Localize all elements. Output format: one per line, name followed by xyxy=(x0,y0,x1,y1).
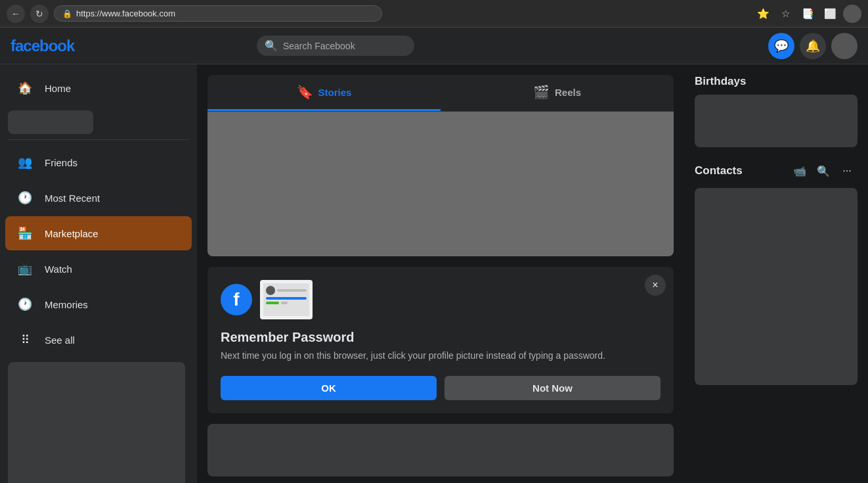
search-input[interactable] xyxy=(283,41,401,51)
search-icon: 🔍 xyxy=(265,39,278,52)
video-call-icon: 📹 xyxy=(793,165,806,177)
dialog-header: f xyxy=(221,280,661,319)
friends-icon: 👥 xyxy=(13,150,37,174)
marketplace-label: Marketplace xyxy=(45,228,98,239)
marketplace-icon: 🏪 xyxy=(13,221,37,245)
messenger-button[interactable]: 💬 xyxy=(768,33,794,59)
pwd-row-3 xyxy=(266,302,307,304)
lock-icon: 🔒 xyxy=(62,9,72,18)
contacts-header: Contacts 📹 🔍 ··· xyxy=(695,160,857,181)
search-bar[interactable]: 🔍 xyxy=(257,35,414,56)
right-sidebar: Birthdays Contacts 📹 🔍 ··· xyxy=(684,64,868,483)
refresh-button[interactable]: ↻ xyxy=(30,5,49,23)
stories-tab-icon: 🔖 xyxy=(297,84,313,100)
reels-tab-label: Reels xyxy=(555,87,581,98)
sidebar-divider-1 xyxy=(8,139,189,140)
memories-icon: 🕐 xyxy=(13,292,37,316)
pwd-row-2 xyxy=(266,297,307,300)
pwd-illustration-inner xyxy=(263,283,309,316)
topbar-right: 💬 🔔 xyxy=(768,33,857,59)
stories-reels-card: 🔖 Stories 🎬 Reels xyxy=(207,75,674,256)
ok-button[interactable]: OK xyxy=(221,376,437,400)
contacts-search-btn[interactable]: 🔍 xyxy=(813,160,834,181)
browser-favorites-btn[interactable]: ☆ xyxy=(776,5,794,23)
sidebar-profile-placeholder xyxy=(8,110,93,134)
stories-content-placeholder xyxy=(207,112,674,256)
left-sidebar: 🏠 Home 👥 Friends 🕐 Most Recent 🏪 Marketp… xyxy=(0,64,197,483)
contacts-placeholder xyxy=(695,188,857,385)
contacts-actions: 📹 🔍 ··· xyxy=(789,160,857,181)
home-label: Home xyxy=(45,83,71,94)
see-all-label: See all xyxy=(45,334,75,346)
refresh-icon: ↻ xyxy=(35,9,43,19)
notifications-button[interactable]: 🔔 xyxy=(800,33,826,59)
contacts-video-call-btn[interactable]: 📹 xyxy=(789,160,810,181)
bell-icon: 🔔 xyxy=(806,39,820,53)
sidebar-item-home[interactable]: 🏠 Home xyxy=(5,71,192,105)
dialog-description: Next time you log in on this browser, ju… xyxy=(221,349,661,363)
sidebar-bottom-placeholder xyxy=(8,362,185,483)
most-recent-label: Most Recent xyxy=(45,193,100,204)
browser-chrome: ← ↻ 🔒 https://www.facebook.com ⭐ ☆ 📑 ⬜ xyxy=(0,0,868,28)
sidebar-item-friends[interactable]: 👥 Friends xyxy=(5,145,192,179)
sidebar-item-watch[interactable]: 📺 Watch xyxy=(5,252,192,286)
url-text: https://www.facebook.com xyxy=(76,9,175,18)
pwd-avatar xyxy=(266,286,275,295)
messenger-icon: 💬 xyxy=(774,39,789,53)
home-icon: 🏠 xyxy=(13,76,37,100)
pwd-line-short xyxy=(281,302,288,304)
fb-topbar: facebook 🔍 💬 🔔 xyxy=(0,28,868,64)
dialog-buttons: OK Not Now xyxy=(221,376,661,400)
fb-logo-circle: f xyxy=(221,284,252,315)
sidebar-item-marketplace[interactable]: 🏪 Marketplace xyxy=(5,216,192,250)
sidebar-item-most-recent[interactable]: 🕐 Most Recent xyxy=(5,181,192,215)
stories-tab-label: Stories xyxy=(318,87,352,98)
more-icon: ··· xyxy=(842,165,851,177)
pwd-line-blue xyxy=(266,297,307,300)
sidebar-item-see-all[interactable]: ⠿ See all xyxy=(5,323,192,357)
contacts-more-btn[interactable]: ··· xyxy=(836,160,857,181)
friends-label: Friends xyxy=(45,157,77,168)
birthdays-placeholder xyxy=(695,95,857,147)
back-icon: ← xyxy=(11,9,20,19)
tab-stories[interactable]: 🔖 Stories xyxy=(207,75,441,111)
see-all-icon: ⠿ xyxy=(13,328,37,352)
profile-avatar[interactable] xyxy=(831,33,857,59)
pwd-line-1 xyxy=(277,289,307,292)
watch-icon: 📺 xyxy=(13,257,37,281)
pwd-illustration xyxy=(260,280,313,319)
fb-logo: facebook xyxy=(11,37,74,55)
back-button[interactable]: ← xyxy=(7,5,25,23)
main-content: 🔖 Stories 🎬 Reels × f xyxy=(197,64,684,483)
contacts-search-icon: 🔍 xyxy=(817,165,830,177)
memories-label: Memories xyxy=(45,299,88,310)
remember-password-dialog: × f xyxy=(207,267,674,413)
feed-bottom-placeholder xyxy=(207,424,674,476)
pwd-line-green xyxy=(266,302,279,304)
most-recent-icon: 🕐 xyxy=(13,186,37,210)
contacts-title: Contacts xyxy=(695,164,789,177)
browser-profile-avatar xyxy=(843,5,861,23)
browser-collection-btn[interactable]: 📑 xyxy=(798,5,817,23)
birthdays-title: Birthdays xyxy=(695,75,857,88)
browser-extensions-btn[interactable]: ⭐ xyxy=(754,5,772,23)
dialog-close-button[interactable]: × xyxy=(645,275,666,296)
reels-tab-icon: 🎬 xyxy=(533,84,550,100)
watch-label: Watch xyxy=(45,264,72,275)
sidebar-item-memories[interactable]: 🕐 Memories xyxy=(5,287,192,321)
tab-reels[interactable]: 🎬 Reels xyxy=(441,75,674,111)
fb-layout: 🏠 Home 👥 Friends 🕐 Most Recent 🏪 Marketp… xyxy=(0,64,868,483)
browser-tab-btn[interactable]: ⬜ xyxy=(821,5,839,23)
address-bar[interactable]: 🔒 https://www.facebook.com xyxy=(54,5,382,22)
dialog-title: Remember Password xyxy=(221,330,661,345)
close-icon: × xyxy=(652,279,658,291)
pwd-row-1 xyxy=(266,286,307,295)
tabs-row: 🔖 Stories 🎬 Reels xyxy=(207,75,674,112)
browser-actions: ⭐ ☆ 📑 ⬜ xyxy=(754,5,861,23)
not-now-button[interactable]: Not Now xyxy=(445,376,661,400)
